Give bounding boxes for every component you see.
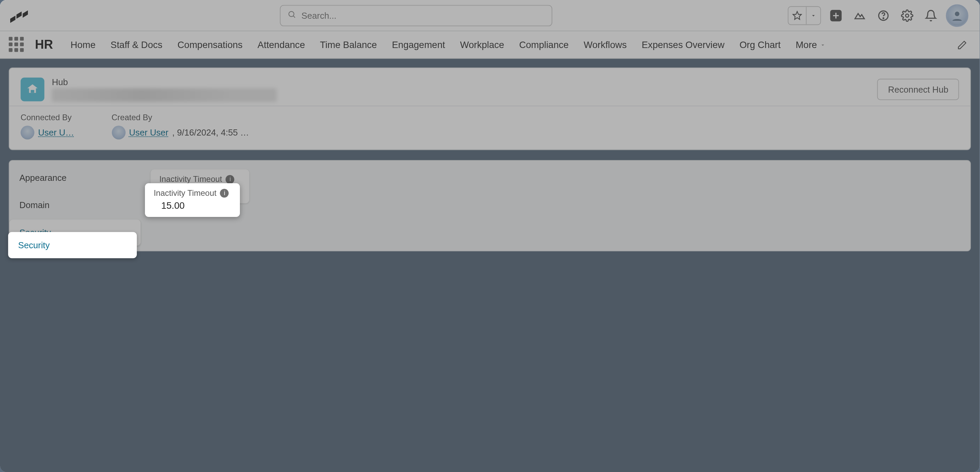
- hub-card: Hub Reconnect Hub Connected By User U… C…: [9, 67, 971, 150]
- inactivity-timeout-label: Inactivity Timeout: [159, 174, 222, 184]
- sidebar-item-domain[interactable]: Domain: [10, 192, 141, 218]
- created-by-block: Created By User User , 9/16/2024, 4:55 …: [111, 112, 249, 139]
- inactivity-timeout-label: Inactivity Timeout: [154, 188, 216, 198]
- nav-tab-staff-docs[interactable]: Staff & Docs: [111, 40, 163, 50]
- connected-by-user-link[interactable]: User U…: [38, 128, 74, 137]
- sidebar-item-security-highlighted[interactable]: Security: [8, 232, 137, 258]
- created-at-text: , 9/16/2024, 4:55 …: [172, 128, 249, 137]
- chevron-down-icon: [819, 41, 826, 48]
- hub-meta: Connected By User U… Created By User Use…: [10, 105, 970, 150]
- svg-rect-8: [30, 90, 34, 92]
- settings-content: Inactivity Timeout i 15.00: [140, 161, 970, 212]
- nav-more[interactable]: More: [795, 40, 826, 50]
- notifications-button[interactable]: [922, 6, 940, 24]
- nav-tab-compensations[interactable]: Compensations: [177, 40, 242, 50]
- inactivity-timeout-card-highlighted: Inactivity Timeout i 15.00: [145, 183, 240, 217]
- created-by-user-link[interactable]: User User: [129, 128, 169, 137]
- svg-point-7: [955, 11, 959, 16]
- user-avatar[interactable]: [946, 4, 969, 27]
- global-add-button[interactable]: [827, 6, 845, 24]
- avatar: [111, 126, 125, 139]
- app-name: HR: [35, 37, 53, 52]
- global-search: [280, 5, 552, 26]
- sidebar-item-appearance[interactable]: Appearance: [10, 164, 141, 191]
- nav-tab-home[interactable]: Home: [70, 40, 95, 50]
- global-header: [0, 0, 980, 31]
- nav-tab-expenses-overview[interactable]: Expenses Overview: [642, 40, 724, 50]
- trailhead-button[interactable]: [851, 6, 869, 24]
- created-by-label: Created By: [111, 112, 249, 122]
- favorite-button[interactable]: [788, 6, 806, 24]
- nav-more-label: More: [795, 40, 817, 50]
- hub-title: Hub: [52, 77, 277, 87]
- nav-tab-time-balance[interactable]: Time Balance: [320, 40, 377, 50]
- edit-nav-button[interactable]: [953, 36, 971, 53]
- svg-point-5: [883, 18, 884, 18]
- nav-tab-org-chart[interactable]: Org Chart: [740, 40, 781, 50]
- help-button[interactable]: [875, 6, 892, 24]
- avatar: [21, 126, 34, 139]
- app-logo: [8, 6, 34, 24]
- hub-icon: [21, 78, 45, 102]
- svg-point-6: [905, 14, 908, 17]
- app-launcher-icon[interactable]: [9, 37, 25, 53]
- search-input[interactable]: [280, 5, 552, 26]
- hub-subtitle-redacted: [52, 88, 277, 102]
- reconnect-hub-button[interactable]: Reconnect Hub: [878, 79, 959, 100]
- app-navbar: HR Home Staff & Docs Compensations Atten…: [0, 31, 980, 59]
- inactivity-timeout-value: 15.00: [154, 200, 231, 211]
- nav-tab-engagement[interactable]: Engagement: [392, 40, 445, 50]
- header-actions: [788, 4, 972, 27]
- nav-tab-workflows[interactable]: Workflows: [584, 40, 627, 50]
- info-icon[interactable]: i: [220, 189, 229, 198]
- favorites-dropdown[interactable]: [806, 6, 820, 24]
- connected-by-label: Connected By: [21, 112, 74, 122]
- page-body: Hub Reconnect Hub Connected By User U… C…: [0, 59, 980, 472]
- connected-by-block: Connected By User U…: [21, 112, 74, 139]
- nav-tab-compliance[interactable]: Compliance: [519, 40, 569, 50]
- svg-marker-2: [793, 11, 801, 19]
- favorites-combo: [788, 6, 821, 24]
- setup-button[interactable]: [898, 6, 916, 24]
- nav-tab-attendance[interactable]: Attendance: [258, 40, 305, 50]
- nav-tabs: Home Staff & Docs Compensations Attendan…: [70, 40, 826, 50]
- nav-tab-workplace[interactable]: Workplace: [460, 40, 504, 50]
- info-icon[interactable]: i: [226, 175, 235, 183]
- hub-header: Hub Reconnect Hub: [10, 68, 970, 105]
